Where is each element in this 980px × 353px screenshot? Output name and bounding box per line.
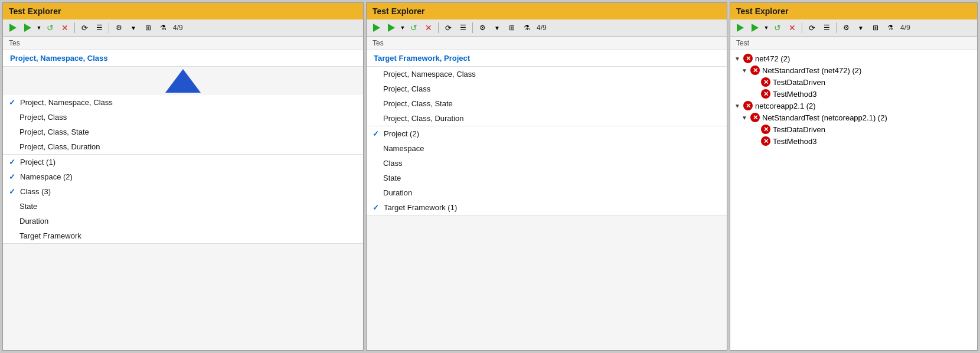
left-item-class[interactable]: Class (3) xyxy=(3,184,363,199)
r-cancel-button[interactable]: ✕ xyxy=(786,21,799,34)
left-item-state[interactable]: State xyxy=(3,199,363,214)
error-icon-netstandardtest-netcoreapp21: ✕ xyxy=(750,113,760,122)
m-run-dropdown-button[interactable]: ▼ xyxy=(400,21,406,34)
m-item-namespace[interactable]: Namespace xyxy=(367,141,727,156)
run-dropdown-button[interactable]: ▼ xyxy=(36,21,42,34)
left-section2: Project (1) Namespace (2) Class (3) Stat… xyxy=(3,155,363,244)
left-panel: Test Explorer ▼ ↺ ✕ ⟳ ☰ ⚙ ▼ ⊞ ⚗ 4/9 Tes … xyxy=(2,2,364,351)
m-flask-button[interactable]: ⚗ xyxy=(520,21,533,34)
tree-container: ▼ ✕ net472 (2) ▼ ✕ NetStandardTest (net4… xyxy=(730,50,977,350)
m-group-dropdown-button[interactable]: ▼ xyxy=(491,21,504,34)
tree-label-netstandardtest-net472: NetStandardTest (net472) (2) xyxy=(762,66,861,75)
refresh-button[interactable]: ⟳ xyxy=(78,21,91,34)
left-toolbar: ▼ ↺ ✕ ⟳ ☰ ⚙ ▼ ⊞ ⚗ 4/9 xyxy=(3,19,363,37)
left-item-target-framework[interactable]: Target Framework xyxy=(3,228,363,243)
m-item-state[interactable]: State xyxy=(367,171,727,185)
m-run-button[interactable] xyxy=(385,21,398,34)
flask-button[interactable]: ⚗ xyxy=(156,21,169,34)
m-settings-button[interactable]: ⚙ xyxy=(476,21,489,34)
run-all-button[interactable] xyxy=(6,21,19,34)
r-settings-button[interactable]: ⚙ xyxy=(839,21,852,34)
r-run-dropdown-button[interactable]: ▼ xyxy=(763,21,769,34)
tree-testdatadriven-net472[interactable]: ✕ TestDataDriven xyxy=(730,76,977,88)
left-item-project-class-duration[interactable]: Project, Class, Duration xyxy=(3,139,363,154)
settings-button[interactable]: ⚙ xyxy=(112,21,125,34)
m-test-count-badge: 4/9 xyxy=(535,24,548,32)
left-item-namespace[interactable]: Namespace (2) xyxy=(3,169,363,184)
middle-dropdown-header[interactable]: Target Framework, Project xyxy=(367,50,727,67)
m-item-target-framework[interactable]: Target Framework (1) xyxy=(367,200,727,215)
m-item-class[interactable]: Class xyxy=(367,156,727,171)
left-dropdown-header[interactable]: Project, Namespace, Class xyxy=(3,50,363,67)
r-run-all-button[interactable] xyxy=(734,21,747,34)
tree-label-testmethod3-net472: TestMethod3 xyxy=(773,90,816,99)
tree-netcoreapp21[interactable]: ▼ ✕ netcoreapp2.1 (2) xyxy=(730,100,977,112)
m-sep2 xyxy=(472,22,473,33)
rerun-button[interactable]: ↺ xyxy=(44,21,57,34)
r-rerun-button[interactable]: ↺ xyxy=(771,21,784,34)
svg-marker-4 xyxy=(737,24,744,32)
left-section1: Project, Namespace, Class Project, Class… xyxy=(3,95,363,155)
sep2 xyxy=(109,22,109,33)
m-item-project[interactable]: Project (2) xyxy=(367,126,727,141)
error-icon-net472: ✕ xyxy=(743,54,753,63)
error-icon-testmethod3-net472: ✕ xyxy=(761,89,770,99)
test-count-badge: 4/9 xyxy=(171,24,185,32)
left-item-duration[interactable]: Duration xyxy=(3,214,363,228)
r-sep1 xyxy=(802,22,802,33)
m-item-project-class[interactable]: Project, Class xyxy=(367,81,727,96)
m-cancel-button[interactable]: ✕ xyxy=(422,21,435,34)
tree-label-netcoreapp21: netcoreapp2.1 (2) xyxy=(755,102,816,110)
error-icon-netcoreapp21: ✕ xyxy=(743,101,753,110)
m-run-all-button[interactable] xyxy=(370,21,383,34)
m-item-project-namespace-class[interactable]: Project, Namespace, Class xyxy=(367,67,727,81)
hierarchy-button[interactable]: ⊞ xyxy=(142,21,155,34)
tree-label-testdatadriven-net472: TestDataDriven xyxy=(773,78,825,87)
left-header-label: Tes xyxy=(3,37,363,50)
tree-net472[interactable]: ▼ ✕ net472 (2) xyxy=(730,53,977,64)
tree-netstandardtest-netcoreapp21[interactable]: ▼ ✕ NetStandardTest (netcoreapp2.1) (2) xyxy=(730,112,977,123)
left-item-project-class-state[interactable]: Project, Class, State xyxy=(3,125,363,139)
m-item-project-class-duration[interactable]: Project, Class, Duration xyxy=(367,111,727,126)
tree-label-testmethod3-netcoreapp21: TestMethod3 xyxy=(773,137,816,146)
right-panel: Test Explorer ▼ ↺ ✕ ⟳ ☰ ⚙ ▼ ⊞ ⚗ 4/9 Test… xyxy=(730,2,978,351)
left-item-project-namespace-class[interactable]: Project, Namespace, Class xyxy=(3,95,363,110)
m-rerun-button[interactable]: ↺ xyxy=(407,21,420,34)
r-run-button[interactable] xyxy=(749,21,762,34)
tree-label-net472: net472 (2) xyxy=(755,54,790,63)
error-icon-netstandardtest-net472: ✕ xyxy=(750,66,760,75)
r-flask-button[interactable]: ⚗ xyxy=(884,21,897,34)
m-filter-button[interactable]: ☰ xyxy=(456,21,469,34)
tree-label-testdatadriven-netcoreapp21: TestDataDriven xyxy=(773,125,825,134)
tree-netstandardtest-net472[interactable]: ▼ ✕ NetStandardTest (net472) (2) xyxy=(730,64,977,76)
right-header-label: Test xyxy=(730,37,977,50)
tree-testmethod3-net472[interactable]: ✕ TestMethod3 xyxy=(730,88,977,100)
svg-marker-2 xyxy=(373,24,380,32)
r-refresh-button[interactable]: ⟳ xyxy=(805,21,818,34)
r-filter-button[interactable]: ☰ xyxy=(820,21,833,34)
m-refresh-button[interactable]: ⟳ xyxy=(442,21,455,34)
r-group-dropdown-button[interactable]: ▼ xyxy=(854,21,867,34)
r-test-count-badge: 4/9 xyxy=(899,24,912,32)
m-item-project-class-state[interactable]: Project, Class, State xyxy=(367,96,727,111)
middle-toolbar: ▼ ↺ ✕ ⟳ ☰ ⚙ ▼ ⊞ ⚗ 4/9 xyxy=(367,19,727,37)
tree-testdatadriven-netcoreapp21[interactable]: ✕ TestDataDriven xyxy=(730,123,977,135)
m-hierarchy-button[interactable]: ⊞ xyxy=(505,21,518,34)
toggle-netcoreapp21[interactable]: ▼ xyxy=(734,103,741,109)
arrow-up-indicator xyxy=(3,69,363,93)
toggle-netstandardtest-net472[interactable]: ▼ xyxy=(741,67,748,74)
left-item-project[interactable]: Project (1) xyxy=(3,155,363,169)
filter-button[interactable]: ☰ xyxy=(93,21,106,34)
left-item-project-class[interactable]: Project, Class xyxy=(3,110,363,125)
error-icon-testdatadriven-netcoreapp21: ✕ xyxy=(761,125,770,134)
run-button[interactable] xyxy=(21,21,34,34)
m-item-duration[interactable]: Duration xyxy=(367,185,727,200)
group-dropdown-button[interactable]: ▼ xyxy=(127,21,140,34)
toggle-net472[interactable]: ▼ xyxy=(734,55,741,62)
cancel-button[interactable]: ✕ xyxy=(58,21,71,34)
right-title: Test Explorer xyxy=(736,6,788,16)
middle-panel: Test Explorer ▼ ↺ ✕ ⟳ ☰ ⚙ ▼ ⊞ ⚗ 4/9 Tes … xyxy=(366,2,727,351)
toggle-netstandardtest-netcoreapp21[interactable]: ▼ xyxy=(741,115,748,121)
r-hierarchy-button[interactable]: ⊞ xyxy=(869,21,882,34)
tree-testmethod3-netcoreapp21[interactable]: ✕ TestMethod3 xyxy=(730,135,977,147)
